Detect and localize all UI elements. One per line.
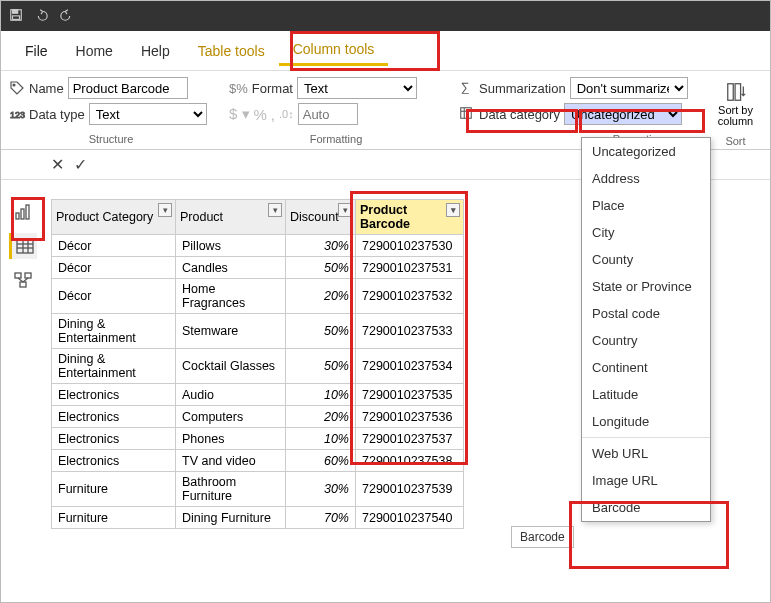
- cell-product[interactable]: Home Fragrances: [176, 279, 286, 314]
- cell-category[interactable]: Décor: [52, 257, 176, 279]
- cell-discount[interactable]: 10%: [286, 384, 356, 406]
- dropdown-item[interactable]: Address: [582, 165, 710, 192]
- cell-discount[interactable]: 30%: [286, 472, 356, 507]
- filter-icon[interactable]: ▾: [446, 203, 460, 217]
- cell-barcode[interactable]: 7290010237534: [356, 349, 464, 384]
- dropdown-item[interactable]: Postal code: [582, 300, 710, 327]
- filter-icon[interactable]: ▾: [268, 203, 282, 217]
- filter-icon[interactable]: ▾: [158, 203, 172, 217]
- col-discount[interactable]: Discount▾: [286, 200, 356, 235]
- table-row[interactable]: ElectronicsComputers20%7290010237536: [52, 406, 464, 428]
- commit-icon[interactable]: ✓: [74, 155, 87, 174]
- data-view-button[interactable]: [9, 233, 37, 259]
- report-view-button[interactable]: [9, 199, 37, 225]
- cell-product[interactable]: Pillows: [176, 235, 286, 257]
- cell-category[interactable]: Electronics: [52, 384, 176, 406]
- cell-product[interactable]: TV and video: [176, 450, 286, 472]
- dropdown-item[interactable]: Image URL: [582, 467, 710, 494]
- cell-product[interactable]: Dining Furniture: [176, 507, 286, 529]
- dropdown-item[interactable]: Barcode: [582, 494, 710, 521]
- cell-discount[interactable]: 20%: [286, 406, 356, 428]
- menu-table-tools[interactable]: Table tools: [184, 37, 279, 65]
- cell-discount[interactable]: 50%: [286, 257, 356, 279]
- cell-barcode[interactable]: 7290010237531: [356, 257, 464, 279]
- cell-discount[interactable]: 60%: [286, 450, 356, 472]
- cell-barcode[interactable]: 7290010237539: [356, 472, 464, 507]
- dropdown-item[interactable]: City: [582, 219, 710, 246]
- datacategory-select[interactable]: Uncategorized: [564, 103, 682, 125]
- dropdown-item[interactable]: Web URL: [582, 440, 710, 467]
- dropdown-item[interactable]: Uncategorized: [582, 138, 710, 165]
- table-row[interactable]: DécorCandles50%7290010237531: [52, 257, 464, 279]
- cell-discount[interactable]: 50%: [286, 314, 356, 349]
- table-row[interactable]: ElectronicsPhones10%7290010237537: [52, 428, 464, 450]
- cell-category[interactable]: Furniture: [52, 507, 176, 529]
- cell-barcode[interactable]: 7290010237538: [356, 450, 464, 472]
- cell-category[interactable]: Décor: [52, 235, 176, 257]
- dropdown-item[interactable]: Continent: [582, 354, 710, 381]
- dropdown-item[interactable]: County: [582, 246, 710, 273]
- cell-barcode[interactable]: 7290010237540: [356, 507, 464, 529]
- format-select[interactable]: Text: [297, 77, 417, 99]
- cell-discount[interactable]: 20%: [286, 279, 356, 314]
- cell-barcode[interactable]: 7290010237537: [356, 428, 464, 450]
- undo-icon[interactable]: [33, 8, 49, 25]
- cell-category[interactable]: Dining & Entertainment: [52, 314, 176, 349]
- cell-product[interactable]: Audio: [176, 384, 286, 406]
- table-row[interactable]: Dining & EntertainmentCocktail Glasses50…: [52, 349, 464, 384]
- cell-product[interactable]: Phones: [176, 428, 286, 450]
- table-row[interactable]: DécorHome Fragrances20%7290010237532: [52, 279, 464, 314]
- cell-category[interactable]: Dining & Entertainment: [52, 349, 176, 384]
- save-icon[interactable]: [9, 8, 23, 25]
- table-row[interactable]: ElectronicsTV and video60%7290010237538: [52, 450, 464, 472]
- cell-category[interactable]: Electronics: [52, 450, 176, 472]
- table-row[interactable]: Dining & EntertainmentStemware50%7290010…: [52, 314, 464, 349]
- menu-help[interactable]: Help: [127, 37, 184, 65]
- col-product-category[interactable]: Product Category▾: [52, 200, 176, 235]
- cell-barcode[interactable]: 7290010237532: [356, 279, 464, 314]
- cell-product[interactable]: Candles: [176, 257, 286, 279]
- cell-discount[interactable]: 70%: [286, 507, 356, 529]
- cell-category[interactable]: Furniture: [52, 472, 176, 507]
- cell-discount[interactable]: 30%: [286, 235, 356, 257]
- table-row[interactable]: FurnitureDining Furniture70%729001023754…: [52, 507, 464, 529]
- redo-icon[interactable]: [59, 8, 75, 25]
- sort-by-column-button[interactable]: Sort by column: [709, 77, 762, 131]
- cell-category[interactable]: Décor: [52, 279, 176, 314]
- datatype-select[interactable]: Text: [89, 103, 207, 125]
- dropdown-item[interactable]: Place: [582, 192, 710, 219]
- dropdown-item[interactable]: Latitude: [582, 381, 710, 408]
- cell-product[interactable]: Computers: [176, 406, 286, 428]
- cell-category[interactable]: Electronics: [52, 406, 176, 428]
- cancel-icon[interactable]: ✕: [51, 155, 64, 174]
- cell-discount[interactable]: 50%: [286, 349, 356, 384]
- dropdown-item[interactable]: State or Province: [582, 273, 710, 300]
- cell-category[interactable]: Electronics: [52, 428, 176, 450]
- summarization-select[interactable]: Don't summarize: [570, 77, 688, 99]
- cell-barcode[interactable]: 7290010237533: [356, 314, 464, 349]
- menu-column-tools[interactable]: Column tools: [279, 35, 389, 66]
- cell-barcode[interactable]: 7290010237530: [356, 235, 464, 257]
- filter-icon[interactable]: ▾: [338, 203, 352, 217]
- dropdown-item[interactable]: Longitude: [582, 408, 710, 435]
- comma-button[interactable]: ,: [271, 106, 275, 123]
- cell-product[interactable]: Bathroom Furniture: [176, 472, 286, 507]
- percent-button[interactable]: %: [254, 106, 267, 123]
- model-view-button[interactable]: [9, 267, 37, 293]
- cell-barcode[interactable]: 7290010237535: [356, 384, 464, 406]
- currency-button[interactable]: $ ▾: [229, 105, 250, 123]
- cell-barcode[interactable]: 7290010237536: [356, 406, 464, 428]
- name-input[interactable]: [68, 77, 188, 99]
- table-row[interactable]: DécorPillows30%7290010237530: [52, 235, 464, 257]
- dropdown-item[interactable]: Country: [582, 327, 710, 354]
- col-product-barcode[interactable]: Product Barcode▾: [356, 200, 464, 235]
- table-row[interactable]: FurnitureBathroom Furniture30%7290010237…: [52, 472, 464, 507]
- cell-product[interactable]: Stemware: [176, 314, 286, 349]
- menu-home[interactable]: Home: [62, 37, 127, 65]
- cell-product[interactable]: Cocktail Glasses: [176, 349, 286, 384]
- table-row[interactable]: ElectronicsAudio10%7290010237535: [52, 384, 464, 406]
- menu-file[interactable]: File: [11, 37, 62, 65]
- cell-discount[interactable]: 10%: [286, 428, 356, 450]
- datacategory-dropdown[interactable]: UncategorizedAddressPlaceCityCountyState…: [581, 137, 711, 522]
- col-product[interactable]: Product▾: [176, 200, 286, 235]
